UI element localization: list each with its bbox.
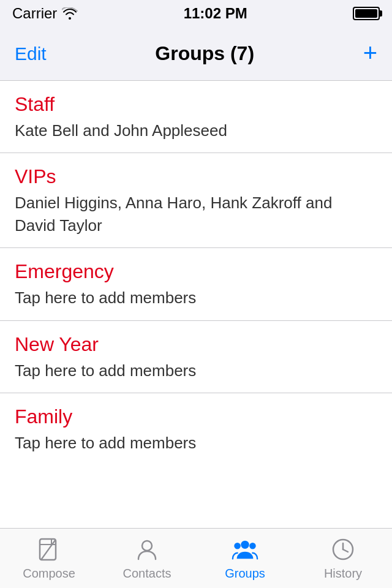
- battery-icon: [353, 7, 380, 20]
- tab-contacts[interactable]: Contacts: [98, 536, 196, 581]
- groups-list: StaffKate Bell and John AppleseedVIPsDan…: [0, 81, 392, 528]
- carrier-label: Carrier: [12, 5, 57, 22]
- edit-button[interactable]: Edit: [15, 43, 47, 64]
- svg-point-4: [142, 541, 152, 551]
- svg-line-10: [343, 549, 348, 552]
- svg-point-5: [241, 541, 249, 549]
- status-time: 11:02 PM: [184, 5, 247, 22]
- group-name: New Year: [15, 333, 377, 356]
- group-members: Tap here to add members: [15, 432, 377, 454]
- contacts-icon: [134, 536, 160, 563]
- tab-history[interactable]: History: [294, 536, 392, 581]
- status-bar: Carrier 11:02 PM: [0, 0, 392, 27]
- svg-line-3: [41, 540, 55, 560]
- add-button[interactable]: +: [363, 40, 377, 65]
- compose-icon: [36, 536, 62, 563]
- groups-icon: [232, 536, 258, 563]
- tab-bar: Compose Contacts Groups: [0, 528, 392, 588]
- nav-bar: Edit Groups (7) +: [0, 27, 392, 81]
- group-item-vips[interactable]: VIPsDaniel Higgins, Anna Haro, Hank Zakr…: [0, 153, 392, 248]
- group-members: Kate Bell and John Appleseed: [15, 119, 377, 141]
- group-item-staff[interactable]: StaffKate Bell and John Appleseed: [0, 81, 392, 153]
- svg-point-6: [249, 543, 256, 549]
- group-name: Staff: [15, 93, 377, 116]
- carrier-text: Carrier: [12, 5, 78, 22]
- tab-compose[interactable]: Compose: [0, 536, 98, 581]
- battery-fill: [355, 9, 377, 18]
- compose-label: Compose: [23, 567, 75, 581]
- history-icon: [330, 536, 356, 563]
- group-name: Emergency: [15, 260, 377, 283]
- group-name: VIPs: [15, 165, 377, 188]
- page-title: Groups (7): [155, 42, 254, 65]
- group-item-family[interactable]: FamilyTap here to add members: [0, 393, 392, 465]
- tab-groups[interactable]: Groups: [196, 536, 294, 581]
- battery-indicator: [353, 7, 380, 20]
- group-members: Tap here to add members: [15, 287, 377, 309]
- group-item-emergency[interactable]: EmergencyTap here to add members: [0, 248, 392, 320]
- wifi-icon: [62, 7, 78, 20]
- group-item-new-year[interactable]: New YearTap here to add members: [0, 321, 392, 393]
- group-name: Family: [15, 405, 377, 428]
- groups-label: Groups: [225, 567, 265, 581]
- group-members: Tap here to add members: [15, 360, 377, 382]
- history-label: History: [324, 567, 362, 581]
- svg-point-7: [234, 543, 241, 549]
- group-members: Daniel Higgins, Anna Haro, Hank Zakroff …: [15, 192, 377, 236]
- contacts-label: Contacts: [123, 567, 172, 581]
